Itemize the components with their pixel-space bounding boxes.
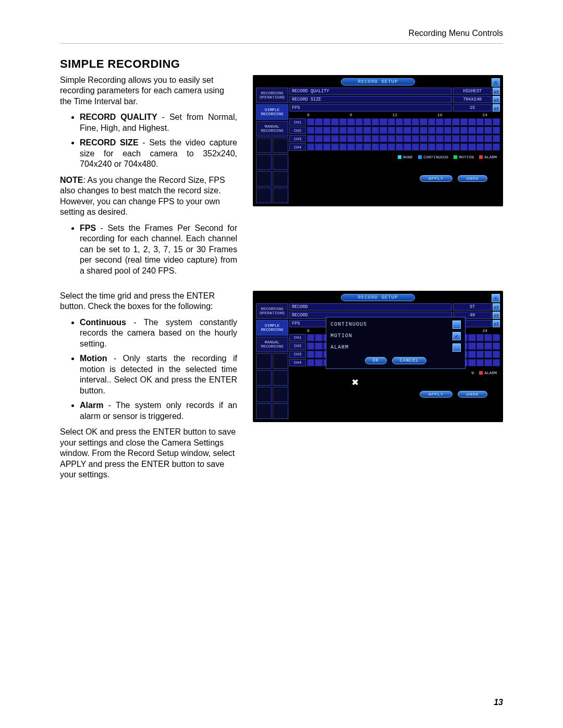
paragraph-select-ok: Select OK and press the ENTER button to … bbox=[60, 427, 237, 480]
apply-button[interactable]: APPLY bbox=[420, 175, 452, 182]
close-icon[interactable]: ✕ bbox=[492, 294, 500, 302]
bullet-motion: Motion - Only starts the recording if mo… bbox=[80, 353, 237, 396]
spinner-icon[interactable]: ▴▾ bbox=[493, 104, 500, 112]
sidebar-recording-operations[interactable]: RECORDING OPERATIONS bbox=[256, 88, 288, 103]
sidebar-manual-recording[interactable]: MANUAL RECORDING bbox=[256, 337, 288, 352]
continuous-checkbox[interactable] bbox=[452, 320, 461, 329]
channel-label: CH4 bbox=[289, 359, 306, 366]
record-quality-label: RECORD QUALITY bbox=[289, 88, 452, 95]
motion-checkbox[interactable]: ✔ bbox=[452, 332, 461, 340]
note-paragraph: NOTE: As you change the Record Size, FPS… bbox=[60, 175, 237, 218]
option-alarm: ALARM bbox=[331, 344, 448, 350]
sidebar-manual-recording[interactable]: MANUAL RECORDING bbox=[256, 121, 288, 137]
time-scale: 0 6 12 18 24 bbox=[289, 113, 500, 117]
window-title: RECORD SETUP bbox=[341, 294, 415, 301]
channel-label: CH2 bbox=[289, 127, 306, 134]
spinner-icon[interactable]: ▴▾ bbox=[493, 312, 500, 319]
paragraph-select-grid: Select the time grid and press the ENTER… bbox=[60, 291, 237, 312]
screenshot-record-setup-simple: RECORD SETUP ✕ RECORDING OPERATIONS SIMP… bbox=[253, 75, 503, 206]
close-icon[interactable]: ✕ bbox=[492, 78, 500, 87]
spinner-icon[interactable]: ▴▾ bbox=[493, 88, 500, 95]
cancel-button[interactable]: CANCEL bbox=[392, 357, 427, 364]
bullet-alarm: Alarm - The system only records if an al… bbox=[80, 400, 237, 422]
fps-value[interactable]: 15 bbox=[453, 104, 492, 112]
alarm-checkbox[interactable] bbox=[452, 343, 461, 352]
spinner-icon[interactable]: ▴▾ bbox=[493, 320, 500, 327]
time-grid-ch2[interactable] bbox=[307, 127, 500, 134]
fps-label: FPS bbox=[289, 104, 452, 112]
ok-button[interactable]: OK bbox=[365, 357, 387, 364]
window-title: RECORD SETUP bbox=[341, 78, 415, 85]
time-grid-ch3[interactable] bbox=[307, 135, 500, 142]
channel-label: CH4 bbox=[289, 143, 306, 151]
bullet-fps: FPS - Sets the Frames Per Second for rec… bbox=[80, 223, 237, 276]
channel-label: CH3 bbox=[289, 351, 306, 358]
record-size-value[interactable]: 704X240 bbox=[453, 96, 492, 103]
record-quality-label: RECORD bbox=[289, 303, 452, 311]
divider bbox=[60, 43, 503, 44]
spinner-icon[interactable]: ▴▾ bbox=[493, 96, 500, 103]
screenshot-record-setup-popup: RECORD SETUP ✕ RECORDING OPERATIONS SIMP… bbox=[253, 291, 503, 422]
intro-paragraph: Simple Recording allows you to easily se… bbox=[60, 75, 237, 107]
sidebar-simple-recording[interactable]: SIMPLE RECORDING bbox=[256, 104, 288, 120]
undo-button[interactable]: UNDO bbox=[458, 391, 487, 398]
time-grid-ch4[interactable] bbox=[307, 143, 500, 151]
cursor-icon: ✖ bbox=[352, 376, 359, 390]
channel-label: CH2 bbox=[289, 342, 306, 350]
apply-button[interactable]: APPLY bbox=[420, 391, 452, 398]
page-title: SIMPLE RECORDING bbox=[60, 57, 503, 71]
recording-mode-dialog: CONTINUOUS MOTION ✔ ALARM bbox=[326, 317, 466, 369]
legend: N ALARM bbox=[289, 371, 500, 375]
sidebar-simple-recording[interactable]: SIMPLE RECORDING bbox=[256, 320, 288, 336]
spinner-icon[interactable]: ▴▾ bbox=[493, 303, 500, 311]
channel-label: CH3 bbox=[289, 135, 306, 142]
legend: NONE CONTINUOUS MOTION ALARM bbox=[289, 155, 500, 159]
sidebar-recording-operations[interactable]: RECORDING OPERATIONS bbox=[256, 303, 288, 319]
record-quality-value[interactable]: ST bbox=[453, 303, 492, 311]
bullet-continuous: Continuous - The system constantly recor… bbox=[80, 317, 237, 349]
channel-label: CH1 bbox=[289, 334, 306, 341]
undo-button[interactable]: UNDO bbox=[458, 175, 487, 182]
record-quality-value[interactable]: HIGHEST bbox=[453, 88, 492, 95]
record-size-label: RECORD SIZE bbox=[289, 96, 452, 103]
page-number: 13 bbox=[494, 698, 503, 707]
time-grid-ch1[interactable] bbox=[307, 118, 500, 126]
channel-label: CH1 bbox=[289, 118, 306, 126]
option-motion: MOTION bbox=[331, 333, 448, 339]
header-section-label: Recording Menu Controls bbox=[409, 29, 503, 38]
option-continuous: CONTINUOUS bbox=[331, 322, 448, 327]
bullet-record-quality: RECORD QUALITY - Set from Normal, Fine, … bbox=[80, 112, 237, 133]
bullet-record-size: RECORD SIZE - Sets the video capture siz… bbox=[80, 138, 237, 169]
